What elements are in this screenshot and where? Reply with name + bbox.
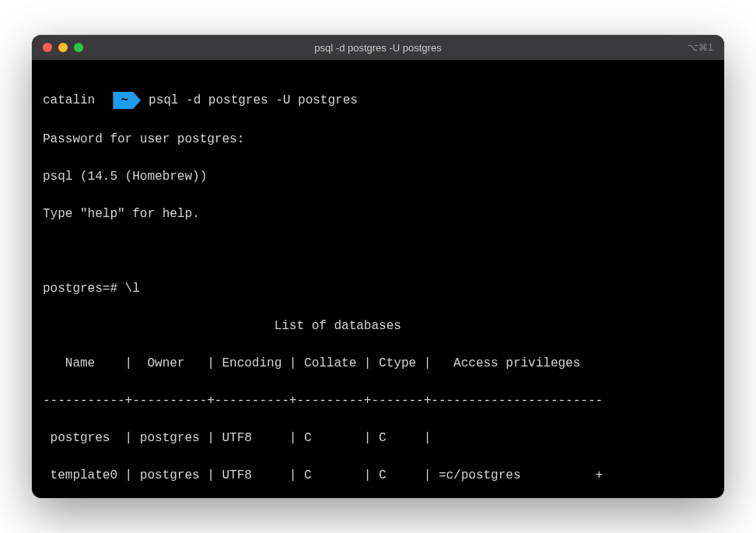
output-line: Password for user postgres:: [43, 130, 713, 149]
table-divider: -----------+----------+----------+------…: [43, 391, 713, 410]
close-icon[interactable]: [43, 43, 52, 52]
window-shortcut: ⌥⌘1: [688, 42, 713, 53]
table-header: Name | Owner | Encoding | Collate | Ctyp…: [43, 354, 713, 373]
traffic-lights: [32, 43, 83, 52]
output-line: Type "help" for help.: [43, 205, 713, 223]
minimize-icon[interactable]: [58, 43, 68, 52]
titlebar: psql -d postgres -U postgres ⌥⌘1: [32, 35, 724, 60]
prompt-user: catalin: [43, 91, 95, 110]
home-icon: ~: [113, 92, 141, 109]
maximize-icon[interactable]: [74, 43, 83, 52]
table-title: List of databases: [43, 317, 713, 335]
psql-prompt: postgres=# \l: [43, 279, 713, 298]
table-row: postgres | postgres | UTF8 | C | C |: [43, 429, 713, 447]
output-line: [43, 242, 713, 261]
output-line: psql (14.5 (Homebrew)): [43, 167, 713, 186]
terminal-window: psql -d postgres -U postgres ⌥⌘1 catalin…: [32, 35, 724, 498]
terminal-body[interactable]: catalin ~psql -d postgres -U postgres Pa…: [32, 60, 724, 498]
table-row: template0 | postgres | UTF8 | C | C | =c…: [43, 466, 713, 485]
prompt-command: psql -d postgres -U postgres: [149, 91, 358, 110]
prompt-line: catalin ~psql -d postgres -U postgres: [43, 91, 713, 110]
window-title: psql -d postgres -U postgres: [314, 42, 441, 54]
prompt-path-badge: ~: [113, 92, 141, 109]
